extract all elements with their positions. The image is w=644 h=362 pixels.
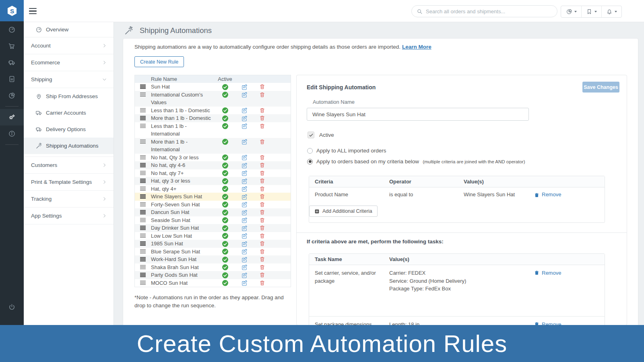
delete-rule-button[interactable] bbox=[253, 279, 271, 286]
delete-rule-button[interactable] bbox=[253, 193, 271, 200]
save-changes-button[interactable]: Save Changes bbox=[582, 82, 619, 93]
delete-rule-button[interactable] bbox=[253, 255, 271, 263]
delete-rule-button[interactable] bbox=[253, 263, 271, 271]
edit-rule-button[interactable] bbox=[235, 224, 253, 232]
edit-rule-button[interactable] bbox=[235, 255, 253, 263]
sidebar-item-ship-from-addresses[interactable]: Ship From Addresses bbox=[24, 88, 114, 105]
sidebar-item-print-template-settings[interactable]: Print & Template Settings bbox=[24, 174, 114, 191]
edit-rule-button[interactable] bbox=[235, 122, 253, 130]
delete-rule-button[interactable] bbox=[253, 161, 271, 169]
notifications-menu-button[interactable] bbox=[601, 6, 621, 17]
delete-rule-button[interactable] bbox=[253, 216, 271, 224]
add-additional-criteria-button[interactable]: Add Additional Criteria bbox=[309, 206, 378, 217]
dashboard-gauge-icon[interactable] bbox=[0, 21, 24, 38]
edit-rule-button[interactable] bbox=[235, 232, 253, 240]
delete-rule-button[interactable] bbox=[253, 271, 271, 278]
sidebar-item-ecommerce[interactable]: Ecommerce bbox=[24, 54, 114, 71]
delete-rule-button[interactable] bbox=[253, 83, 271, 90]
delete-rule-button[interactable] bbox=[253, 91, 271, 98]
remove-task-button[interactable]: Remove bbox=[534, 269, 561, 277]
edit-rule-button[interactable] bbox=[235, 138, 253, 146]
drag-handle-icon[interactable] bbox=[135, 216, 151, 222]
automation-name-input[interactable] bbox=[307, 108, 529, 121]
drag-handle-icon[interactable] bbox=[135, 279, 151, 285]
drag-handle-icon[interactable] bbox=[135, 232, 151, 238]
edit-rule-button[interactable] bbox=[235, 185, 253, 193]
edit-rule-button[interactable] bbox=[235, 83, 253, 90]
edit-rule-button[interactable] bbox=[235, 201, 253, 208]
app-logo[interactable]: S bbox=[0, 0, 24, 21]
pie-chart-icon[interactable] bbox=[0, 87, 24, 104]
edit-rule-button[interactable] bbox=[235, 248, 253, 255]
sidebar-item-account[interactable]: Account bbox=[24, 37, 114, 54]
delete-rule-button[interactable] bbox=[253, 185, 271, 192]
info-icon[interactable] bbox=[0, 125, 24, 142]
drag-handle-icon[interactable] bbox=[135, 263, 151, 269]
active-checkbox[interactable] bbox=[308, 132, 314, 138]
drag-handle-icon[interactable] bbox=[135, 161, 151, 167]
apply-criteria-radio[interactable] bbox=[307, 159, 313, 165]
drag-handle-icon[interactable] bbox=[135, 114, 151, 120]
edit-rule-button[interactable] bbox=[235, 169, 253, 177]
apply-all-radio[interactable] bbox=[307, 148, 313, 154]
drag-handle-icon[interactable] bbox=[135, 201, 151, 207]
edit-rule-button[interactable] bbox=[235, 161, 253, 169]
drag-handle-icon[interactable] bbox=[135, 240, 151, 246]
delete-rule-button[interactable] bbox=[253, 154, 271, 161]
drag-handle-icon[interactable] bbox=[135, 154, 151, 160]
edit-rule-button[interactable] bbox=[235, 208, 253, 216]
document-icon[interactable] bbox=[0, 71, 24, 87]
delete-rule-button[interactable] bbox=[253, 177, 271, 184]
cart-icon[interactable] bbox=[0, 38, 24, 54]
logout-power-icon[interactable] bbox=[0, 299, 24, 315]
edit-rule-button[interactable] bbox=[235, 154, 253, 161]
delete-rule-button[interactable] bbox=[253, 138, 271, 145]
drag-handle-icon[interactable] bbox=[135, 122, 151, 128]
drag-handle-icon[interactable] bbox=[135, 224, 151, 230]
drag-handle-icon[interactable] bbox=[135, 169, 151, 175]
drag-handle-icon[interactable] bbox=[135, 271, 151, 277]
drag-handle-icon[interactable] bbox=[135, 185, 151, 191]
reports-menu-button[interactable] bbox=[561, 6, 581, 17]
delete-rule-button[interactable] bbox=[253, 224, 271, 231]
edit-rule-button[interactable] bbox=[235, 216, 253, 224]
menu-hamburger-icon[interactable] bbox=[29, 8, 37, 14]
delete-rule-button[interactable] bbox=[253, 201, 271, 208]
remove-criteria-button[interactable]: Remove bbox=[534, 191, 561, 197]
create-new-rule-button[interactable]: Create New Rule bbox=[134, 56, 184, 67]
drag-handle-icon[interactable] bbox=[135, 248, 151, 254]
delete-rule-button[interactable] bbox=[253, 240, 271, 247]
delete-rule-button[interactable] bbox=[253, 232, 271, 239]
sidebar-item-tracking[interactable]: Tracking bbox=[24, 191, 114, 208]
edit-rule-button[interactable] bbox=[235, 114, 253, 122]
search-input[interactable] bbox=[426, 8, 552, 14]
drag-handle-icon[interactable] bbox=[135, 83, 151, 89]
drag-handle-icon[interactable] bbox=[135, 193, 151, 199]
delete-rule-button[interactable] bbox=[253, 248, 271, 255]
edit-rule-button[interactable] bbox=[235, 91, 253, 99]
sidebar-item-overview[interactable]: Overview bbox=[24, 22, 114, 37]
shipping-truck-icon[interactable] bbox=[0, 54, 24, 71]
delete-rule-button[interactable] bbox=[253, 169, 271, 177]
drag-handle-icon[interactable] bbox=[135, 91, 151, 97]
edit-rule-button[interactable] bbox=[235, 263, 253, 271]
edit-rule-button[interactable] bbox=[235, 177, 253, 185]
sidebar-item-delivery-options[interactable]: Delivery Options bbox=[24, 121, 114, 138]
learn-more-link[interactable]: Learn More bbox=[402, 44, 431, 50]
delete-rule-button[interactable] bbox=[253, 208, 271, 216]
sidebar-item-app-settings[interactable]: App Settings bbox=[24, 208, 114, 224]
delete-rule-button[interactable] bbox=[253, 114, 271, 121]
edit-rule-button[interactable] bbox=[235, 279, 253, 287]
drag-handle-icon[interactable] bbox=[135, 255, 151, 261]
edit-rule-button[interactable] bbox=[235, 107, 253, 114]
delete-rule-button[interactable] bbox=[253, 122, 271, 130]
edit-rule-button[interactable] bbox=[235, 240, 253, 247]
edit-rule-button[interactable] bbox=[235, 193, 253, 200]
settings-gears-icon[interactable] bbox=[0, 109, 24, 125]
sidebar-item-customers[interactable]: Customers bbox=[24, 157, 114, 174]
drag-handle-icon[interactable] bbox=[135, 208, 151, 214]
drag-handle-icon[interactable] bbox=[135, 138, 151, 144]
bookmarks-menu-button[interactable] bbox=[581, 6, 601, 17]
delete-rule-button[interactable] bbox=[253, 107, 271, 114]
edit-rule-button[interactable] bbox=[235, 271, 253, 279]
